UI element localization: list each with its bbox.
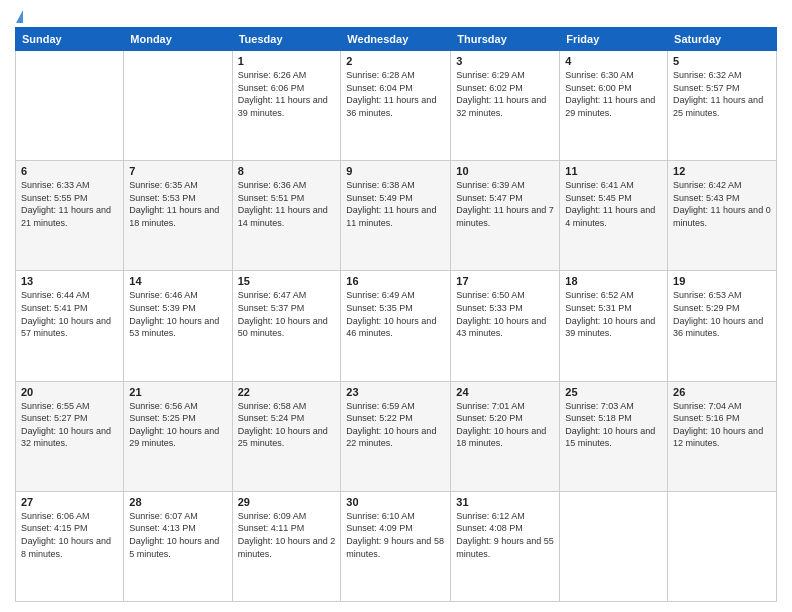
daylight-text: Daylight: 10 hours and 53 minutes. (129, 315, 226, 340)
daylight-text: Daylight: 10 hours and 50 minutes. (238, 315, 336, 340)
day-number: 9 (346, 165, 445, 177)
daylight-text: Daylight: 10 hours and 18 minutes. (456, 425, 554, 450)
day-number: 1 (238, 55, 336, 67)
day-info: Sunrise: 6:38 AMSunset: 5:49 PMDaylight:… (346, 179, 445, 229)
daylight-text: Daylight: 11 hours and 4 minutes. (565, 204, 662, 229)
day-number: 29 (238, 496, 336, 508)
sunrise-text: Sunrise: 6:52 AM (565, 289, 662, 302)
weekday-header-tuesday: Tuesday (232, 28, 341, 51)
day-number: 30 (346, 496, 445, 508)
sunset-text: Sunset: 4:13 PM (129, 522, 226, 535)
sunset-text: Sunset: 6:00 PM (565, 82, 662, 95)
sunset-text: Sunset: 4:11 PM (238, 522, 336, 535)
day-number: 13 (21, 275, 118, 287)
sunrise-text: Sunrise: 6:59 AM (346, 400, 445, 413)
sunrise-text: Sunrise: 6:38 AM (346, 179, 445, 192)
calendar-cell: 23Sunrise: 6:59 AMSunset: 5:22 PMDayligh… (341, 381, 451, 491)
day-info: Sunrise: 7:01 AMSunset: 5:20 PMDaylight:… (456, 400, 554, 450)
sunset-text: Sunset: 4:15 PM (21, 522, 118, 535)
calendar-cell: 20Sunrise: 6:55 AMSunset: 5:27 PMDayligh… (16, 381, 124, 491)
day-info: Sunrise: 6:53 AMSunset: 5:29 PMDaylight:… (673, 289, 771, 339)
sunrise-text: Sunrise: 6:06 AM (21, 510, 118, 523)
calendar-cell: 22Sunrise: 6:58 AMSunset: 5:24 PMDayligh… (232, 381, 341, 491)
daylight-text: Daylight: 10 hours and 43 minutes. (456, 315, 554, 340)
sunset-text: Sunset: 5:31 PM (565, 302, 662, 315)
day-info: Sunrise: 6:30 AMSunset: 6:00 PMDaylight:… (565, 69, 662, 119)
sunset-text: Sunset: 5:33 PM (456, 302, 554, 315)
day-info: Sunrise: 6:32 AMSunset: 5:57 PMDaylight:… (673, 69, 771, 119)
calendar-cell: 21Sunrise: 6:56 AMSunset: 5:25 PMDayligh… (124, 381, 232, 491)
sunrise-text: Sunrise: 6:39 AM (456, 179, 554, 192)
day-number: 23 (346, 386, 445, 398)
sunrise-text: Sunrise: 6:50 AM (456, 289, 554, 302)
sunrise-text: Sunrise: 6:53 AM (673, 289, 771, 302)
day-info: Sunrise: 6:39 AMSunset: 5:47 PMDaylight:… (456, 179, 554, 229)
calendar-cell: 13Sunrise: 6:44 AMSunset: 5:41 PMDayligh… (16, 271, 124, 381)
sunset-text: Sunset: 5:51 PM (238, 192, 336, 205)
daylight-text: Daylight: 9 hours and 55 minutes. (456, 535, 554, 560)
sunset-text: Sunset: 5:27 PM (21, 412, 118, 425)
day-info: Sunrise: 6:41 AMSunset: 5:45 PMDaylight:… (565, 179, 662, 229)
logo (15, 10, 24, 19)
calendar-cell: 28Sunrise: 6:07 AMSunset: 4:13 PMDayligh… (124, 491, 232, 601)
day-info: Sunrise: 6:26 AMSunset: 6:06 PMDaylight:… (238, 69, 336, 119)
sunrise-text: Sunrise: 6:58 AM (238, 400, 336, 413)
sunset-text: Sunset: 5:49 PM (346, 192, 445, 205)
page: SundayMondayTuesdayWednesdayThursdayFrid… (0, 0, 792, 612)
sunrise-text: Sunrise: 6:30 AM (565, 69, 662, 82)
daylight-text: Daylight: 11 hours and 7 minutes. (456, 204, 554, 229)
calendar-cell (124, 51, 232, 161)
day-number: 18 (565, 275, 662, 287)
day-info: Sunrise: 6:52 AMSunset: 5:31 PMDaylight:… (565, 289, 662, 339)
sunrise-text: Sunrise: 6:07 AM (129, 510, 226, 523)
day-info: Sunrise: 7:04 AMSunset: 5:16 PMDaylight:… (673, 400, 771, 450)
day-info: Sunrise: 6:28 AMSunset: 6:04 PMDaylight:… (346, 69, 445, 119)
daylight-text: Daylight: 11 hours and 36 minutes. (346, 94, 445, 119)
day-info: Sunrise: 6:10 AMSunset: 4:09 PMDaylight:… (346, 510, 445, 560)
calendar-cell (560, 491, 668, 601)
day-info: Sunrise: 6:46 AMSunset: 5:39 PMDaylight:… (129, 289, 226, 339)
sunset-text: Sunset: 5:29 PM (673, 302, 771, 315)
calendar-cell: 6Sunrise: 6:33 AMSunset: 5:55 PMDaylight… (16, 161, 124, 271)
sunrise-text: Sunrise: 6:47 AM (238, 289, 336, 302)
sunrise-text: Sunrise: 6:55 AM (21, 400, 118, 413)
day-number: 28 (129, 496, 226, 508)
day-info: Sunrise: 6:47 AMSunset: 5:37 PMDaylight:… (238, 289, 336, 339)
calendar-cell: 10Sunrise: 6:39 AMSunset: 5:47 PMDayligh… (451, 161, 560, 271)
sunrise-text: Sunrise: 6:41 AM (565, 179, 662, 192)
daylight-text: Daylight: 10 hours and 8 minutes. (21, 535, 118, 560)
day-number: 5 (673, 55, 771, 67)
day-info: Sunrise: 6:12 AMSunset: 4:08 PMDaylight:… (456, 510, 554, 560)
day-info: Sunrise: 6:07 AMSunset: 4:13 PMDaylight:… (129, 510, 226, 560)
sunset-text: Sunset: 5:18 PM (565, 412, 662, 425)
calendar-cell: 18Sunrise: 6:52 AMSunset: 5:31 PMDayligh… (560, 271, 668, 381)
sunrise-text: Sunrise: 6:10 AM (346, 510, 445, 523)
sunrise-text: Sunrise: 6:56 AM (129, 400, 226, 413)
sunset-text: Sunset: 4:09 PM (346, 522, 445, 535)
sunrise-text: Sunrise: 6:36 AM (238, 179, 336, 192)
sunset-text: Sunset: 6:02 PM (456, 82, 554, 95)
day-number: 14 (129, 275, 226, 287)
calendar-cell: 8Sunrise: 6:36 AMSunset: 5:51 PMDaylight… (232, 161, 341, 271)
day-number: 11 (565, 165, 662, 177)
weekday-header-thursday: Thursday (451, 28, 560, 51)
day-number: 6 (21, 165, 118, 177)
day-info: Sunrise: 6:33 AMSunset: 5:55 PMDaylight:… (21, 179, 118, 229)
daylight-text: Daylight: 11 hours and 0 minutes. (673, 204, 771, 229)
sunrise-text: Sunrise: 6:35 AM (129, 179, 226, 192)
daylight-text: Daylight: 11 hours and 18 minutes. (129, 204, 226, 229)
weekday-header-wednesday: Wednesday (341, 28, 451, 51)
day-info: Sunrise: 6:49 AMSunset: 5:35 PMDaylight:… (346, 289, 445, 339)
sunrise-text: Sunrise: 6:49 AM (346, 289, 445, 302)
sunset-text: Sunset: 5:25 PM (129, 412, 226, 425)
daylight-text: Daylight: 11 hours and 25 minutes. (673, 94, 771, 119)
day-info: Sunrise: 6:58 AMSunset: 5:24 PMDaylight:… (238, 400, 336, 450)
sunset-text: Sunset: 5:22 PM (346, 412, 445, 425)
day-number: 16 (346, 275, 445, 287)
sunrise-text: Sunrise: 6:44 AM (21, 289, 118, 302)
daylight-text: Daylight: 10 hours and 32 minutes. (21, 425, 118, 450)
daylight-text: Daylight: 11 hours and 39 minutes. (238, 94, 336, 119)
sunset-text: Sunset: 6:06 PM (238, 82, 336, 95)
day-number: 4 (565, 55, 662, 67)
daylight-text: Daylight: 10 hours and 5 minutes. (129, 535, 226, 560)
